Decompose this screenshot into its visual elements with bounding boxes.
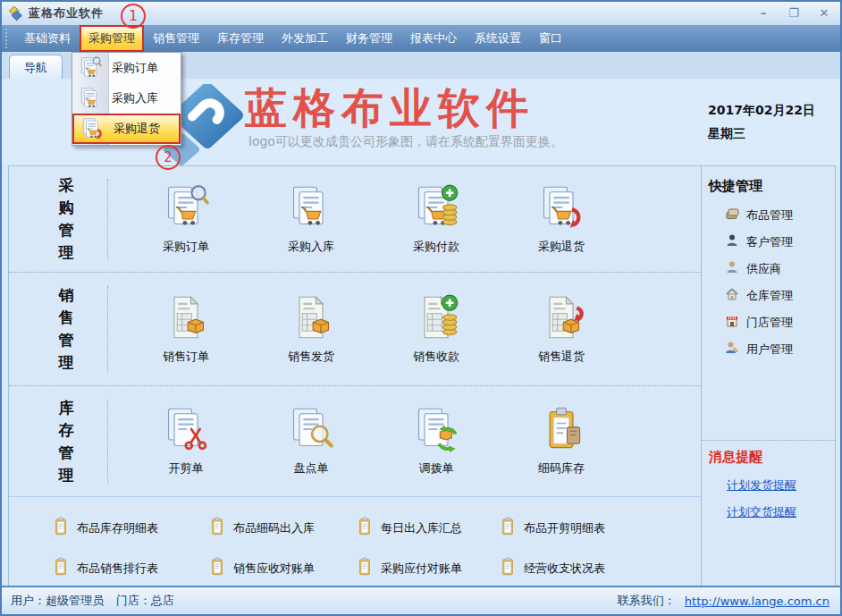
report-fabric-code-inout[interactable]: 布品细码出入库	[207, 517, 355, 540]
purchase-mgmt-section: 采购管理采购订单采购入库采购付款采购退货	[9, 166, 701, 273]
shortcut-stocktake-order[interactable]: 盘点单	[248, 406, 374, 477]
link-planned-handover-reminder[interactable]: 计划交货提醒	[727, 504, 796, 520]
menu-item-report-center[interactable]: 报表中心	[401, 25, 466, 52]
section-title: 销售管理	[50, 284, 82, 374]
report-fabric-cutting-detail[interactable]: 布品开剪明细表	[498, 517, 701, 540]
clipboard-icon	[355, 557, 375, 580]
shortcut-sales-delivery[interactable]: 销售发货	[248, 294, 374, 365]
doc-cart-pay-icon	[413, 184, 459, 234]
app-logo-icon	[7, 5, 23, 21]
report-label: 销售应收对账单	[233, 561, 315, 577]
section-title: 采购管理	[50, 174, 82, 264]
link-planned-delivery-reminder[interactable]: 计划发货提醒	[727, 477, 796, 494]
doc-cart-search-icon	[72, 56, 108, 80]
section-title: 库存管理	[50, 397, 82, 486]
minimize-button[interactable]: –	[754, 4, 772, 21]
reports-area: 布品库存明细表布品细码出入库每日出入库汇总布品开剪明细表布品销售排行表销售应收对…	[9, 495, 701, 586]
sidebar-item-supplier[interactable]: 供应商	[702, 256, 835, 283]
tab-navigation[interactable]: 导航	[9, 55, 63, 80]
dropdown-item-purchase-inbound[interactable]: 采购入库	[72, 83, 181, 114]
shortcut-label: 销售退货	[538, 349, 585, 365]
shortcut-cutting-order[interactable]: 开剪单	[123, 406, 248, 477]
section-divider	[107, 179, 108, 259]
status-user: 用户：超级管理员	[11, 593, 104, 609]
contact-label: 联系我们：	[618, 593, 676, 609]
date-text: 2017年02月22日	[708, 98, 815, 122]
shortcut-label: 开剪单	[169, 460, 204, 477]
clipboard-icon	[207, 517, 227, 540]
shortcut-sales-receipt[interactable]: 销售收款	[374, 294, 499, 365]
app-window: 蓝格布业软件 – ❐ ✕ 基础资料采购管理销售管理库存管理外发加工财务管理报表中…	[0, 0, 842, 616]
clipboard-icon	[498, 517, 518, 540]
report-fabric-sales-ranking[interactable]: 布品销售排行表	[51, 557, 207, 580]
report-label: 布品细码出入库	[233, 520, 315, 536]
shortcut-label: 销售订单	[163, 349, 209, 365]
report-sales-receivable-statement[interactable]: 销售应收对账单	[207, 557, 355, 580]
report-business-income-expense[interactable]: 经营收支状况表	[498, 557, 701, 580]
menu-item-basic-data[interactable]: 基础资料	[15, 25, 80, 52]
warehouse-icon	[725, 287, 739, 305]
menu-item-system-settings[interactable]: 系统设置	[466, 25, 530, 52]
customer-icon	[725, 233, 739, 251]
doc-box-icon	[288, 294, 334, 344]
shortcut-label: 采购付款	[413, 239, 459, 255]
report-purchase-payable-statement[interactable]: 采购应付对账单	[355, 557, 498, 580]
shortcut-purchase-inbound[interactable]: 采购入库	[248, 184, 374, 255]
shortcut-transfer-order[interactable]: 调拨单	[374, 406, 499, 477]
clipboard-icon	[355, 517, 375, 540]
weekday-text: 星期三	[708, 122, 815, 145]
report-label: 采购应付对账单	[381, 561, 462, 577]
sales-mgmt-section: 销售管理销售订单销售发货销售收款销售退货	[9, 273, 701, 386]
report-daily-inout-summary[interactable]: 每日出入库汇总	[355, 517, 498, 540]
shortcut-purchase-return[interactable]: 采购退货	[499, 184, 624, 255]
annotation-step-1: 1	[121, 4, 146, 29]
report-fabric-stock-detail[interactable]: 布品库存明细表	[51, 517, 207, 540]
report-label: 经营收支状况表	[524, 561, 605, 577]
menu-item-outsourcing[interactable]: 外发加工	[273, 25, 337, 52]
doc-box-return-icon	[538, 294, 585, 344]
dropdown-item-purchase-order[interactable]: 采购订单	[72, 53, 181, 83]
sidebar-item-store-mgmt[interactable]: 门店管理	[702, 309, 835, 336]
close-button[interactable]: ✕	[815, 4, 833, 21]
sidebar-item-fabric-mgmt[interactable]: 布品管理	[702, 202, 835, 229]
shortcut-purchase-order[interactable]: 采购订单	[123, 184, 248, 255]
doc-cart-search-icon	[163, 184, 209, 234]
sidebar-item-customer-mgmt[interactable]: 客户管理	[702, 229, 835, 256]
menu-grip	[5, 29, 13, 48]
contact-website-link[interactable]: http://www.lange.com.cn	[685, 595, 829, 608]
shortcut-label: 盘点单	[294, 460, 329, 477]
shortcut-sales-return[interactable]: 销售退货	[499, 294, 624, 365]
shortcut-label: 细码库存	[538, 460, 585, 477]
sidebar-item-user-mgmt[interactable]: 用户管理	[702, 336, 835, 363]
main-panel: 采购管理采购订单采购入库采购付款采购退货销售管理销售订单销售发货销售收款销售退货…	[8, 165, 836, 587]
doc-box-icon	[163, 294, 209, 344]
clipboard-tag-icon	[538, 406, 585, 456]
shortcut-label: 销售发货	[288, 349, 334, 365]
logo-hint-text: logo可以更改成贵公司形象图，请在系统配置界面更换。	[248, 134, 563, 150]
menu-item-purchase-mgmt[interactable]: 采购管理	[80, 25, 144, 52]
maximize-button[interactable]: ❐	[785, 4, 803, 21]
menu-item-window-menu[interactable]: 窗口	[530, 25, 571, 52]
dropdown-item-label: 采购订单	[112, 60, 158, 76]
sidebar-item-label: 供应商	[746, 261, 781, 277]
menu-bar: 基础资料采购管理销售管理库存管理外发加工财务管理报表中心系统设置窗口	[2, 25, 840, 52]
user-icon	[725, 341, 739, 359]
shortcut-detail-code-stock[interactable]: 细码库存	[499, 406, 624, 477]
sidebar-item-label: 客户管理	[746, 234, 793, 250]
menu-item-sales-mgmt[interactable]: 销售管理	[144, 25, 208, 52]
inventory-mgmt-section: 库存管理开剪单盘点单调拨单细码库存	[9, 386, 701, 497]
message-reminder-heading: 消息提醒	[709, 449, 762, 466]
sidebar-item-label: 仓库管理	[746, 288, 793, 304]
window-title: 蓝格布业软件	[29, 5, 104, 21]
sidebar-item-label: 门店管理	[746, 315, 793, 331]
shortcut-label: 采购订单	[163, 239, 209, 255]
shortcut-purchase-payment[interactable]: 采购付款	[374, 184, 499, 255]
shortcut-label: 采购退货	[538, 239, 585, 255]
menu-item-inventory-mgmt[interactable]: 库存管理	[208, 25, 273, 52]
dropdown-item-purchase-return[interactable]: 采购退货	[72, 114, 181, 144]
shortcut-sales-order[interactable]: 销售订单	[123, 294, 248, 365]
menu-item-finance-mgmt[interactable]: 财务管理	[337, 25, 401, 52]
sidebar-item-warehouse-mgmt[interactable]: 仓库管理	[702, 283, 835, 309]
sidebar-item-label: 布品管理	[746, 207, 793, 224]
report-label: 每日出入库汇总	[381, 520, 462, 536]
